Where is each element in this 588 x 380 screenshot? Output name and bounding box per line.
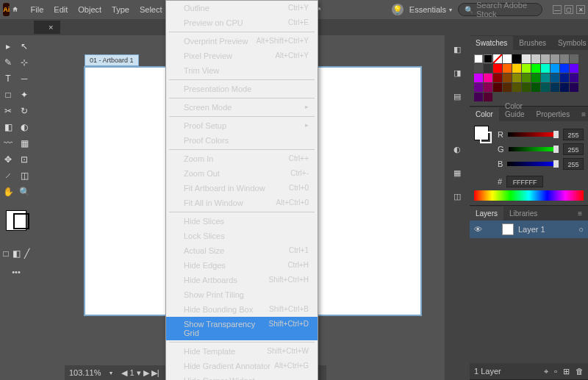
menu-item[interactable]: Hide Slices (166, 214, 318, 229)
search-stock-input[interactable]: 🔍 Search Adobe Stock (458, 3, 542, 16)
tool[interactable]: 🔍 (16, 184, 32, 200)
tool[interactable]: ◫ (16, 168, 32, 184)
swatch[interactable] (474, 93, 483, 101)
learn-icon[interactable]: 💡 (392, 4, 404, 15)
swatch[interactable] (484, 64, 492, 73)
menu-item[interactable]: Hide Corner Widget (166, 373, 318, 380)
menu-item[interactable]: Show Transparency GridShift+Ctrl+D (166, 317, 318, 340)
swatch[interactable] (484, 83, 492, 92)
home-icon[interactable] (12, 3, 18, 16)
menu-item[interactable]: Hide EdgesCtrl+H (166, 258, 318, 273)
tool[interactable]: ⊡ (16, 151, 32, 168)
menu-type[interactable]: Type (107, 2, 135, 17)
tool[interactable]: ─ (16, 71, 32, 87)
swatch[interactable] (522, 54, 531, 63)
swatch[interactable] (531, 54, 540, 63)
swatch[interactable] (560, 83, 569, 92)
stroke-color[interactable] (13, 213, 29, 229)
swatch[interactable] (522, 74, 531, 82)
swatch[interactable] (512, 64, 521, 73)
b-value[interactable]: 255 (563, 158, 584, 170)
menu-item[interactable]: Zoom InCtrl++ (166, 151, 318, 166)
menu-item[interactable]: Overprint PreviewAlt+Shift+Ctrl+Y (166, 34, 318, 49)
menu-item[interactable]: Presentation Mode (166, 82, 318, 96)
menu-select[interactable]: Select (135, 2, 168, 17)
panel-tab[interactable]: Libraries (503, 207, 543, 221)
swatch[interactable] (512, 74, 521, 82)
menu-item[interactable]: OutlineCtrl+Y (166, 1, 318, 15)
artboard-nav[interactable]: ◀ 1 ▾ ▶ ▶| (121, 368, 159, 378)
g-slider[interactable] (509, 147, 559, 151)
panel-tab[interactable]: Brushes (513, 36, 552, 50)
visibility-icon[interactable]: 👁 (474, 225, 484, 234)
panel-menu-icon[interactable]: ≡ (576, 107, 588, 121)
swatch[interactable] (541, 54, 550, 63)
spectrum-bar[interactable] (474, 190, 584, 201)
menu-item[interactable]: Proof Setup▸ (166, 118, 318, 133)
r-value[interactable]: 255 (563, 129, 584, 140)
panel-tab[interactable]: Color (470, 107, 499, 121)
tool[interactable]: ✎ (0, 54, 16, 71)
target-icon[interactable]: ○ (578, 225, 584, 234)
b-slider[interactable] (507, 162, 559, 166)
tool[interactable]: ✥ (0, 151, 16, 168)
menu-item[interactable]: Pixel PreviewAlt+Ctrl+Y (166, 49, 318, 63)
swatch[interactable] (474, 83, 483, 92)
swatch[interactable] (570, 64, 578, 73)
swatch[interactable] (474, 74, 483, 82)
menu-item[interactable]: Lock Slices (166, 229, 318, 243)
menu-edit[interactable]: Edit (49, 2, 73, 17)
swatch[interactable] (493, 64, 502, 73)
swatch[interactable] (551, 83, 559, 92)
menu-file[interactable]: File (26, 2, 49, 17)
panel-tab[interactable]: Properties (531, 107, 576, 121)
menu-item[interactable]: Actual SizeCtrl+1 (166, 243, 318, 258)
swatch[interactable] (570, 74, 578, 82)
tool[interactable]: ◧ (0, 119, 16, 135)
swatch[interactable] (551, 64, 559, 73)
tool[interactable]: ◐ (16, 119, 32, 135)
tool[interactable]: ✦ (16, 87, 32, 103)
edit-toolbar[interactable]: ••• (12, 268, 21, 276)
tool[interactable]: ↻ (16, 103, 32, 119)
swatch[interactable] (474, 64, 483, 73)
close-tab-icon[interactable]: × (49, 23, 53, 32)
menu-item[interactable]: Hide Gradient AnnotatorAlt+Ctrl+G (166, 359, 318, 373)
swatch[interactable] (522, 64, 531, 73)
swatch[interactable] (560, 54, 569, 63)
workspace-switcher[interactable]: Essentials▾ (409, 5, 452, 14)
panel-icon[interactable]: ◨ (449, 65, 465, 81)
swatch[interactable] (484, 74, 492, 82)
panel-icon[interactable]: ▦ (449, 165, 465, 181)
swatch[interactable] (503, 74, 512, 82)
tool[interactable]: ✋ (0, 184, 16, 200)
panel-icon[interactable]: ◫ (449, 188, 465, 204)
swatch[interactable] (531, 64, 540, 73)
menu-item[interactable]: Preview on CPUCtrl+E (166, 15, 318, 30)
document-tab[interactable]: × (34, 21, 60, 34)
minimize-button[interactable]: — (553, 5, 562, 14)
swatch[interactable] (560, 74, 569, 82)
panel-icon[interactable]: ◐ (449, 141, 465, 157)
maximize-button[interactable]: ▢ (564, 5, 573, 14)
panel-tab[interactable]: Color Guide (499, 99, 531, 121)
layer-row[interactable]: 👁 Layer 1 ○ (470, 221, 588, 238)
menu-item[interactable]: Show Print Tiling (166, 287, 318, 302)
swatch[interactable] (531, 74, 540, 82)
new-sublayer-icon[interactable]: ▫ (554, 367, 557, 376)
r-slider[interactable] (508, 132, 559, 137)
menu-object[interactable]: Object (73, 2, 107, 17)
panel-icon[interactable]: ▤ (449, 88, 465, 104)
swatch[interactable] (541, 64, 550, 73)
tool[interactable]: 〰 (0, 135, 16, 151)
tool[interactable]: □ (0, 87, 16, 103)
draw-mode[interactable]: □ (1, 245, 11, 262)
swatch[interactable] (484, 93, 492, 101)
panel-icon[interactable]: ◧ (449, 41, 465, 57)
zoom-level[interactable]: 103.11% (69, 368, 101, 377)
stroke-swatch[interactable] (480, 132, 492, 143)
delete-layer-icon[interactable]: 🗑 (576, 367, 584, 376)
panel-tab[interactable]: Symbols (552, 36, 588, 50)
tool[interactable]: ✂ (0, 103, 16, 119)
tool[interactable]: ▦ (16, 135, 32, 151)
